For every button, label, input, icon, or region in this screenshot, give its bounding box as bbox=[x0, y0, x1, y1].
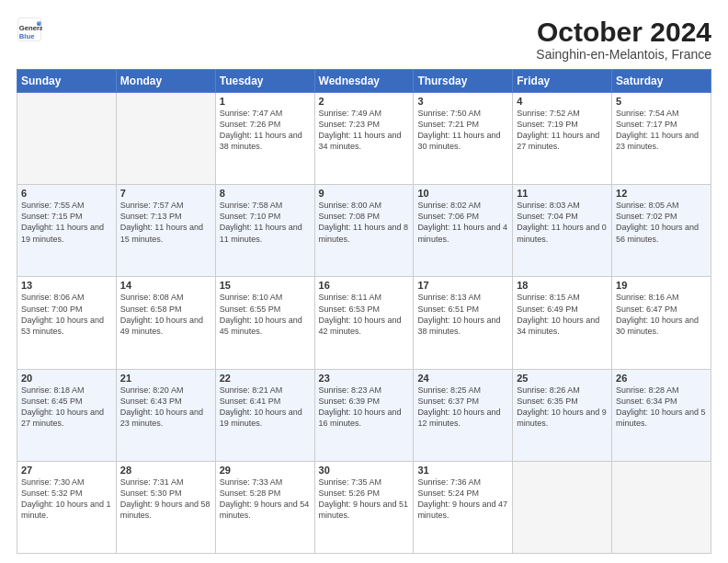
logo: General Blue bbox=[17, 17, 46, 42]
day-number: 21 bbox=[120, 373, 211, 384]
day-number: 17 bbox=[417, 280, 508, 291]
day-info: Sunrise: 8:00 AM Sunset: 7:08 PM Dayligh… bbox=[319, 200, 410, 245]
day-info: Sunrise: 7:57 AM Sunset: 7:13 PM Dayligh… bbox=[120, 200, 211, 245]
calendar-row: 20Sunrise: 8:18 AM Sunset: 6:45 PM Dayli… bbox=[17, 369, 711, 461]
day-info: Sunrise: 8:21 AM Sunset: 6:41 PM Dayligh… bbox=[220, 385, 311, 430]
day-number: 5 bbox=[616, 96, 707, 107]
table-row bbox=[612, 461, 711, 553]
table-row: 8Sunrise: 7:58 AM Sunset: 7:10 PM Daylig… bbox=[215, 185, 314, 277]
table-row bbox=[513, 461, 612, 553]
table-row: 15Sunrise: 8:10 AM Sunset: 6:55 PM Dayli… bbox=[215, 277, 314, 369]
day-number: 6 bbox=[21, 188, 112, 199]
table-row: 2Sunrise: 7:49 AM Sunset: 7:23 PM Daylig… bbox=[314, 93, 414, 185]
day-number: 12 bbox=[616, 188, 707, 199]
day-number: 24 bbox=[417, 373, 508, 384]
day-info: Sunrise: 8:05 AM Sunset: 7:02 PM Dayligh… bbox=[616, 200, 707, 245]
day-info: Sunrise: 7:33 AM Sunset: 5:28 PM Dayligh… bbox=[220, 477, 311, 522]
day-number: 10 bbox=[417, 188, 508, 199]
col-sunday: Sunday bbox=[17, 70, 117, 93]
table-row: 12Sunrise: 8:05 AM Sunset: 7:02 PM Dayli… bbox=[612, 185, 711, 277]
day-number: 13 bbox=[21, 280, 112, 291]
day-number: 22 bbox=[220, 373, 311, 384]
title-block: October 2024 Sainghin-en-Melantois, Fran… bbox=[536, 17, 711, 62]
table-row: 26Sunrise: 8:28 AM Sunset: 6:34 PM Dayli… bbox=[612, 369, 711, 461]
day-number: 7 bbox=[120, 188, 211, 199]
calendar-row: 13Sunrise: 8:06 AM Sunset: 7:00 PM Dayli… bbox=[17, 277, 711, 369]
table-row: 9Sunrise: 8:00 AM Sunset: 7:08 PM Daylig… bbox=[314, 185, 414, 277]
table-row: 27Sunrise: 7:30 AM Sunset: 5:32 PM Dayli… bbox=[17, 461, 117, 553]
table-row: 29Sunrise: 7:33 AM Sunset: 5:28 PM Dayli… bbox=[215, 461, 314, 553]
table-row: 4Sunrise: 7:52 AM Sunset: 7:19 PM Daylig… bbox=[513, 93, 612, 185]
table-row: 25Sunrise: 8:26 AM Sunset: 6:35 PM Dayli… bbox=[513, 369, 612, 461]
day-info: Sunrise: 7:36 AM Sunset: 5:24 PM Dayligh… bbox=[417, 477, 508, 522]
day-info: Sunrise: 8:03 AM Sunset: 7:04 PM Dayligh… bbox=[517, 200, 608, 245]
day-number: 15 bbox=[220, 280, 311, 291]
table-row: 1Sunrise: 7:47 AM Sunset: 7:26 PM Daylig… bbox=[215, 93, 314, 185]
day-number: 20 bbox=[21, 373, 112, 384]
day-info: Sunrise: 7:50 AM Sunset: 7:21 PM Dayligh… bbox=[417, 108, 508, 153]
table-row: 3Sunrise: 7:50 AM Sunset: 7:21 PM Daylig… bbox=[414, 93, 513, 185]
table-row: 22Sunrise: 8:21 AM Sunset: 6:41 PM Dayli… bbox=[215, 369, 314, 461]
day-number: 1 bbox=[220, 96, 311, 107]
day-info: Sunrise: 8:08 AM Sunset: 6:58 PM Dayligh… bbox=[120, 292, 211, 337]
page: General Blue October 2024 Sainghin-en-Me… bbox=[0, 0, 728, 563]
day-number: 8 bbox=[220, 188, 311, 199]
day-info: Sunrise: 8:28 AM Sunset: 6:34 PM Dayligh… bbox=[616, 385, 707, 430]
day-number: 11 bbox=[517, 188, 608, 199]
table-row: 13Sunrise: 8:06 AM Sunset: 7:00 PM Dayli… bbox=[17, 277, 117, 369]
day-number: 18 bbox=[517, 280, 608, 291]
calendar-header-row: Sunday Monday Tuesday Wednesday Thursday… bbox=[17, 70, 711, 93]
table-row: 31Sunrise: 7:36 AM Sunset: 5:24 PM Dayli… bbox=[414, 461, 513, 553]
day-number: 29 bbox=[220, 465, 311, 476]
day-info: Sunrise: 8:15 AM Sunset: 6:49 PM Dayligh… bbox=[517, 292, 608, 337]
table-row: 7Sunrise: 7:57 AM Sunset: 7:13 PM Daylig… bbox=[116, 185, 215, 277]
table-row: 6Sunrise: 7:55 AM Sunset: 7:15 PM Daylig… bbox=[17, 185, 117, 277]
day-number: 4 bbox=[517, 96, 608, 107]
table-row: 11Sunrise: 8:03 AM Sunset: 7:04 PM Dayli… bbox=[513, 185, 612, 277]
day-info: Sunrise: 8:11 AM Sunset: 6:53 PM Dayligh… bbox=[319, 292, 410, 337]
table-row: 23Sunrise: 8:23 AM Sunset: 6:39 PM Dayli… bbox=[314, 369, 414, 461]
table-row bbox=[17, 93, 117, 185]
day-number: 26 bbox=[616, 373, 707, 384]
table-row: 14Sunrise: 8:08 AM Sunset: 6:58 PM Dayli… bbox=[116, 277, 215, 369]
day-info: Sunrise: 8:18 AM Sunset: 6:45 PM Dayligh… bbox=[21, 385, 112, 430]
day-number: 23 bbox=[319, 373, 410, 384]
day-number: 2 bbox=[319, 96, 410, 107]
calendar-table: Sunday Monday Tuesday Wednesday Thursday… bbox=[17, 69, 711, 554]
calendar-row: 27Sunrise: 7:30 AM Sunset: 5:32 PM Dayli… bbox=[17, 461, 711, 553]
day-info: Sunrise: 8:16 AM Sunset: 6:47 PM Dayligh… bbox=[616, 292, 707, 337]
col-wednesday: Wednesday bbox=[314, 70, 414, 93]
day-number: 16 bbox=[319, 280, 410, 291]
table-row: 10Sunrise: 8:02 AM Sunset: 7:06 PM Dayli… bbox=[414, 185, 513, 277]
day-info: Sunrise: 8:23 AM Sunset: 6:39 PM Dayligh… bbox=[319, 385, 410, 430]
table-row: 24Sunrise: 8:25 AM Sunset: 6:37 PM Dayli… bbox=[414, 369, 513, 461]
day-number: 3 bbox=[417, 96, 508, 107]
day-info: Sunrise: 8:26 AM Sunset: 6:35 PM Dayligh… bbox=[517, 385, 608, 430]
calendar-row: 6Sunrise: 7:55 AM Sunset: 7:15 PM Daylig… bbox=[17, 185, 711, 277]
day-number: 27 bbox=[21, 465, 112, 476]
svg-text:Blue: Blue bbox=[19, 32, 35, 40]
day-info: Sunrise: 7:47 AM Sunset: 7:26 PM Dayligh… bbox=[220, 108, 311, 153]
col-tuesday: Tuesday bbox=[215, 70, 314, 93]
day-number: 30 bbox=[319, 465, 410, 476]
subtitle: Sainghin-en-Melantois, France bbox=[536, 47, 711, 62]
day-info: Sunrise: 8:06 AM Sunset: 7:00 PM Dayligh… bbox=[21, 292, 112, 337]
table-row: 18Sunrise: 8:15 AM Sunset: 6:49 PM Dayli… bbox=[513, 277, 612, 369]
day-number: 28 bbox=[120, 465, 211, 476]
table-row: 28Sunrise: 7:31 AM Sunset: 5:30 PM Dayli… bbox=[116, 461, 215, 553]
day-info: Sunrise: 8:25 AM Sunset: 6:37 PM Dayligh… bbox=[417, 385, 508, 430]
table-row: 21Sunrise: 8:20 AM Sunset: 6:43 PM Dayli… bbox=[116, 369, 215, 461]
day-info: Sunrise: 7:54 AM Sunset: 7:17 PM Dayligh… bbox=[616, 108, 707, 153]
col-friday: Friday bbox=[513, 70, 612, 93]
day-number: 25 bbox=[517, 373, 608, 384]
table-row: 19Sunrise: 8:16 AM Sunset: 6:47 PM Dayli… bbox=[612, 277, 711, 369]
day-number: 9 bbox=[319, 188, 410, 199]
month-title: October 2024 bbox=[536, 17, 711, 47]
day-number: 19 bbox=[616, 280, 707, 291]
day-number: 31 bbox=[417, 465, 508, 476]
day-info: Sunrise: 7:35 AM Sunset: 5:26 PM Dayligh… bbox=[319, 477, 410, 522]
logo-icon: General Blue bbox=[17, 17, 42, 42]
day-info: Sunrise: 8:13 AM Sunset: 6:51 PM Dayligh… bbox=[417, 292, 508, 337]
day-info: Sunrise: 8:10 AM Sunset: 6:55 PM Dayligh… bbox=[220, 292, 311, 337]
col-monday: Monday bbox=[116, 70, 215, 93]
